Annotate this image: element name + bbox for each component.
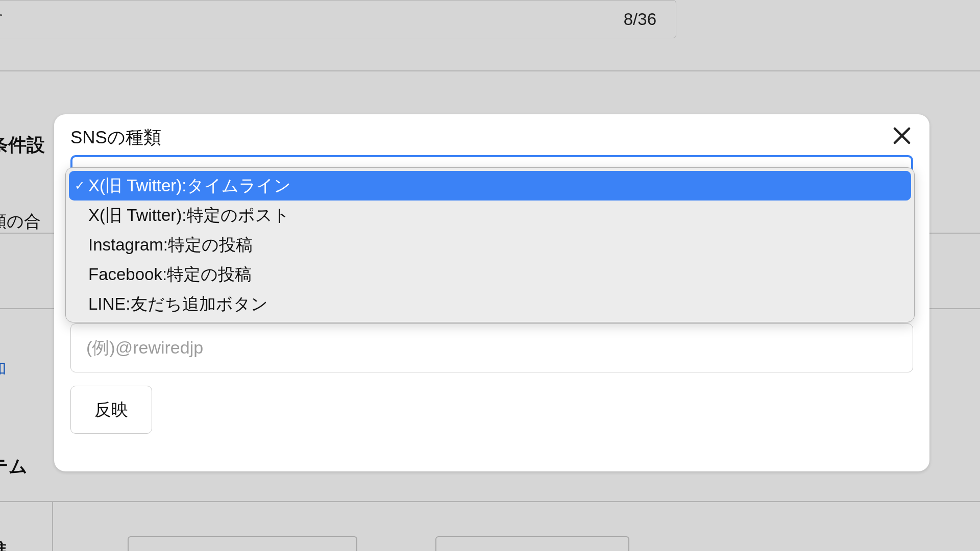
check-icon [74, 269, 85, 280]
close-icon [892, 126, 912, 148]
dropdown-option-line-add-friend[interactable]: LINE:友だち追加ボタン [69, 289, 911, 319]
dropdown-option-facebook-post[interactable]: Facebook:特定の投稿 [69, 260, 911, 289]
dropdown-option-label: X(旧 Twitter):タイムライン [88, 174, 291, 197]
dropdown-option-label: Instagram:特定の投稿 [88, 234, 253, 257]
dropdown-option-instagram-post[interactable]: Instagram:特定の投稿 [69, 230, 911, 260]
apply-button-label: 反映 [94, 398, 128, 421]
dropdown-option-x-timeline[interactable]: X(旧 Twitter):タイムライン [69, 171, 911, 201]
check-icon [74, 210, 85, 221]
dropdown-option-label: X(旧 Twitter):特定のポスト [88, 204, 290, 227]
check-icon [74, 180, 85, 191]
modal-header: SNSの種類 [70, 126, 913, 153]
sns-id-input-placeholder: (例)@rewiredjp [86, 336, 203, 360]
close-button[interactable] [891, 126, 913, 148]
sns-type-dropdown: X(旧 Twitter):タイムライン X(旧 Twitter):特定のポスト … [65, 167, 915, 322]
modal-title: SNSの種類 [70, 126, 161, 149]
dropdown-option-x-post[interactable]: X(旧 Twitter):特定のポスト [69, 201, 911, 230]
check-icon [74, 239, 85, 251]
sns-type-select[interactable]: X(旧 Twitter):タイムライン X(旧 Twitter):特定のポスト … [70, 155, 913, 195]
dropdown-option-label: Facebook:特定の投稿 [88, 263, 252, 286]
dropdown-option-label: LINE:友だち追加ボタン [88, 293, 268, 316]
apply-button[interactable]: 反映 [70, 386, 152, 434]
sns-id-input[interactable]: (例)@rewiredjp [70, 323, 913, 372]
check-icon [74, 298, 85, 310]
sns-type-modal: SNSの種類 X(旧 Twitter):タイムライン X(旧 Twitter):… [54, 114, 929, 471]
